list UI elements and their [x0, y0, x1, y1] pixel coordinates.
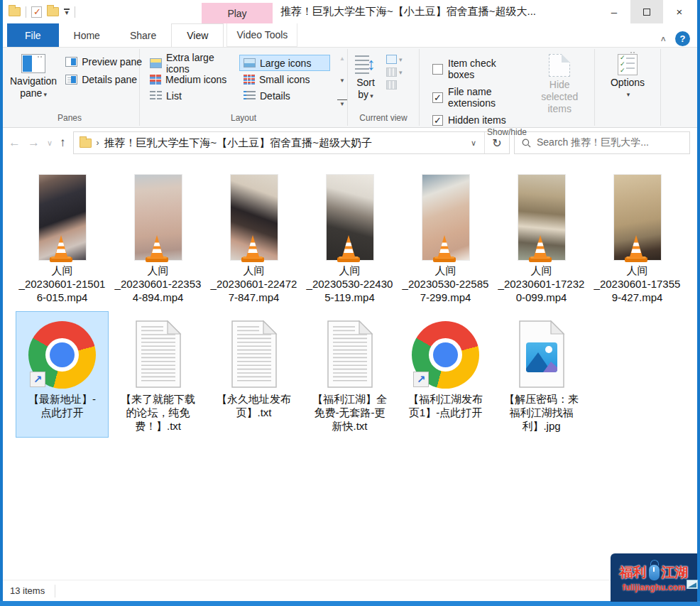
file-name: 人间_20230601-215016-015.mp4: [19, 264, 106, 304]
add-columns-icon: [386, 67, 397, 77]
status-bar: 13 items: [0, 580, 700, 601]
window-title: 推荐！巨乳大学生下海~【小土豆】宿舍直播~超级大...: [280, 0, 536, 23]
recent-locations-chevron-icon[interactable]: ∨: [47, 139, 53, 148]
options-icon: [618, 54, 638, 75]
quick-access-toolbar: ▾: [9, 0, 75, 23]
group-options: Options ▾: [595, 48, 660, 127]
collapse-ribbon-icon[interactable]: ∧: [660, 35, 667, 43]
sort-by-icon: ↕: [355, 54, 376, 75]
layout-options: Extra large iconsLarge iconsMedium icons…: [146, 53, 330, 112]
file-item-txt-4[interactable]: 【福利江湖】全免费-无套路-更新快.txt: [303, 311, 396, 438]
layout-scroll: ▲ ▼ ▼: [333, 53, 349, 112]
file-item-video-2[interactable]: 人间_20230601-223534-894.mp4: [111, 170, 204, 309]
ribbon-tab-row: File Home Share View Video Tools: [0, 23, 700, 47]
file-list-area[interactable]: 人间_20230601-215016-015.mp4 人间_20230601-2…: [0, 158, 700, 580]
folder-icon[interactable]: [9, 7, 21, 16]
breadcrumb[interactable]: › 推荐！巨乳大学生下海~【小土豆】宿舍直播~超级大奶子: [74, 136, 463, 150]
sort-by-button[interactable]: ↕ Sort by▾: [351, 52, 381, 112]
file-row-1: 人间_20230601-215016-015.mp4 人间_20230601-2…: [14, 170, 700, 309]
layout-option-details[interactable]: Details: [239, 87, 330, 104]
more-options-icon[interactable]: ▼: [337, 99, 347, 107]
layout-option-extra-large-icons[interactable]: Extra large icons: [146, 55, 239, 71]
details-pane-button[interactable]: Details pane: [65, 74, 142, 85]
checkbox-hidden-items[interactable]: ✓Hidden items: [432, 114, 522, 126]
group-show-hide: Item check boxes✓File name extensions✓Hi…: [420, 48, 594, 127]
video-thumbnail: [614, 173, 661, 260]
file-item-video-5[interactable]: 人间_20230530-225857-299.mp4: [399, 170, 492, 309]
layout-option-icon: [244, 75, 255, 85]
help-icon[interactable]: ?: [675, 31, 690, 46]
folder-icon: [80, 139, 92, 148]
group-label-layout: Layout: [140, 112, 347, 127]
vlc-cone-icon: [141, 233, 173, 264]
tab-share[interactable]: Share: [115, 23, 171, 47]
text-file-icon: [131, 320, 185, 389]
hide-selected-items-button[interactable]: Hide selected items: [530, 52, 589, 126]
address-dropdown-chevron-icon[interactable]: ∨: [463, 139, 484, 148]
size-columns-button[interactable]: [386, 80, 403, 90]
minimize-button[interactable]: –: [598, 0, 630, 23]
layout-option-icon: [244, 91, 256, 101]
sort-by-label2: by▾: [358, 89, 373, 102]
jpg-icon-wrap: [515, 315, 569, 389]
file-item-video-6[interactable]: 人间_20230601-172320-099.mp4: [495, 170, 588, 309]
layout-option-medium-icons[interactable]: Medium icons: [146, 71, 239, 87]
file-item-chrome-5[interactable]: ↗【福利江湖发布页1】-点此打开: [399, 311, 492, 438]
txt-icon-wrap: [227, 315, 281, 389]
forward-icon[interactable]: →: [28, 136, 40, 150]
picture-icon: [687, 580, 698, 589]
maximize-icon: [643, 9, 650, 16]
navigation-pane-button[interactable]: Navigation pane▾: [6, 52, 61, 112]
tab-view[interactable]: View: [171, 23, 224, 47]
file-item-video-1[interactable]: 人间_20230601-215016-015.mp4: [16, 170, 109, 309]
group-by-button[interactable]: ▾: [386, 55, 403, 64]
add-columns-button[interactable]: ▾: [386, 67, 403, 77]
file-item-video-4[interactable]: 人间_20230530-224305-119.mp4: [303, 170, 396, 309]
ribbon: Navigation pane▾ Preview pane Details pa…: [0, 47, 700, 128]
file-item-txt-2[interactable]: 【来了就能下载的论坛，纯免费！】.txt: [111, 311, 204, 438]
file-item-video-3[interactable]: 人间_20230601-224727-847.mp4: [207, 170, 300, 309]
checkbox-item-check-boxes[interactable]: Item check boxes: [432, 58, 522, 80]
vlc-cone-icon: [525, 233, 556, 264]
breadcrumb-path[interactable]: 推荐！巨乳大学生下海~【小土豆】宿舍直播~超级大奶子: [104, 136, 373, 150]
layout-option-list[interactable]: List: [146, 87, 239, 104]
scroll-up-icon[interactable]: ▲: [337, 55, 347, 62]
close-button[interactable]: ×: [663, 0, 696, 23]
file-item-jpg-6[interactable]: 【解压密码：来福利江湖找福利】.jpg: [495, 311, 588, 438]
item-count: 13 items: [10, 585, 45, 596]
new-folder-icon[interactable]: [47, 7, 59, 16]
divider: [55, 585, 55, 597]
ribbon-utilities: ∧ ?: [660, 31, 690, 46]
file-row-2: ↗【最新地址】-点此打开 【来了就能下载的论坛，纯免费！】.txt 【永久地址发…: [14, 311, 700, 438]
video-thumbnail: [231, 173, 278, 260]
vlc-cone-icon: [237, 233, 268, 264]
up-icon[interactable]: ↑: [60, 136, 66, 150]
options-button[interactable]: Options ▾: [606, 52, 649, 112]
file-name: 人间_20230601-223534-894.mp4: [115, 264, 202, 304]
layout-option-large-icons[interactable]: Large icons: [239, 55, 330, 71]
checkbox-icon[interactable]: ✓: [432, 92, 443, 103]
play-contextual-header[interactable]: Play: [202, 3, 273, 23]
back-icon[interactable]: ←: [9, 136, 21, 150]
file-item-chrome-1[interactable]: ↗【最新地址】-点此打开: [16, 311, 109, 438]
file-name: 【福利江湖】全免费-无套路-更新快.txt: [312, 392, 387, 433]
scroll-down-icon[interactable]: ▼: [337, 77, 347, 84]
checkbox-file-name-extensions[interactable]: ✓File name extensions: [432, 86, 522, 109]
file-item-video-7[interactable]: 人间_20230601-173559-427.mp4: [591, 170, 684, 309]
tab-file[interactable]: File: [7, 23, 59, 47]
checkbox-icon[interactable]: ✓: [432, 115, 443, 126]
file-name: 人间_20230601-224727-847.mp4: [211, 264, 297, 304]
properties-icon[interactable]: [31, 6, 42, 18]
layout-option-small-icons[interactable]: Small icons: [239, 71, 330, 87]
group-panes: Navigation pane▾ Preview pane Details pa…: [0, 48, 139, 127]
customize-qat-chevron-icon[interactable]: ▾: [64, 9, 70, 15]
maximize-button[interactable]: [630, 0, 663, 23]
preview-pane-button[interactable]: Preview pane: [65, 56, 142, 67]
tab-video-tools[interactable]: Video Tools: [226, 23, 297, 47]
vlc-cone-icon: [429, 233, 460, 264]
checkbox-icon[interactable]: [432, 64, 443, 75]
text-file-icon: [323, 320, 377, 389]
preview-pane-icon: [65, 57, 77, 67]
tab-home[interactable]: Home: [59, 23, 115, 47]
file-item-txt-3[interactable]: 【永久地址发布页】.txt: [207, 311, 300, 438]
